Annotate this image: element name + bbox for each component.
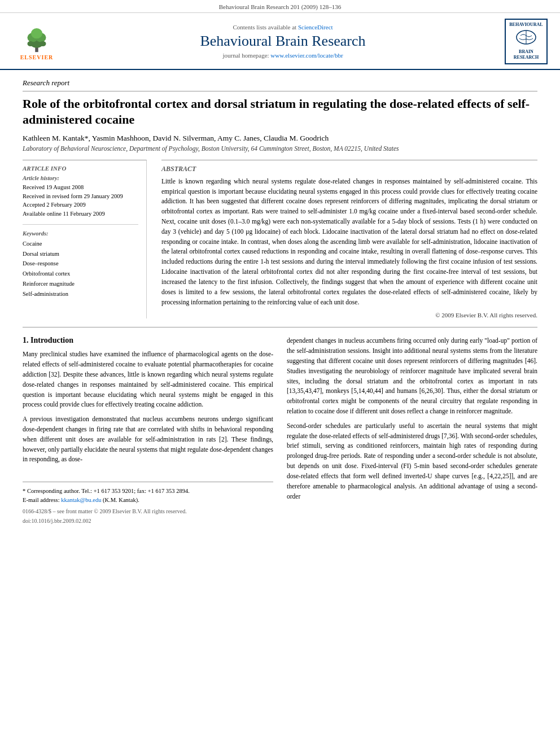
intro-para1: Many preclinical studies have examined t… xyxy=(23,350,273,410)
journal-homepage: journal homepage: www.elsevier.com/locat… xyxy=(62,52,504,59)
accepted-date: Accepted 2 February 2009 xyxy=(23,200,138,209)
footnote-area: * Corresponding author. Tel.: +1 617 353… xyxy=(23,482,273,524)
brain-icon xyxy=(515,29,537,46)
citation-text: Behavioural Brain Research 201 (2009) 12… xyxy=(219,3,342,10)
contents-line: Contents lists available at ScienceDirec… xyxy=(62,24,504,30)
intro-para3: Second-order schedules are particularly … xyxy=(287,421,537,502)
abstract-heading: ABSTRACT xyxy=(161,165,537,173)
bbr-logo-area: BEHAVIOURAL BRAIN RESEARCH xyxy=(504,19,549,64)
bbr-logo-line1: BEHAVIOURAL xyxy=(509,22,542,28)
bbr-logo-box: BEHAVIOURAL BRAIN RESEARCH xyxy=(505,19,547,64)
journal-title: Behavioural Brain Research xyxy=(62,33,504,50)
abstract-text: Little is known regarding which neural s… xyxy=(161,177,537,308)
intro-para2-continued: dependent changes in nucleus accumbens f… xyxy=(287,336,537,417)
top-citation-bar: Behavioural Brain Research 201 (2009) 12… xyxy=(0,0,560,13)
body-section: 1. Introduction Many preclinical studies… xyxy=(23,336,537,523)
elsevier-logo: ELSEVIER xyxy=(11,22,62,60)
keyword-ofc: Orbitofrontal cortex xyxy=(23,269,138,279)
elsevier-label: ELSEVIER xyxy=(20,54,54,60)
article-info-heading: ARTICLE INFO xyxy=(23,165,138,172)
body-right-col: dependent changes in nucleus accumbens f… xyxy=(287,336,537,523)
homepage-link[interactable]: www.elsevier.com/locate/bbr xyxy=(270,52,343,59)
svg-point-5 xyxy=(28,41,34,46)
copyright-line: © 2009 Elsevier B.V. All rights reserved… xyxy=(161,312,537,318)
revised-date: Received in revised form 29 January 2009 xyxy=(23,192,138,201)
doi-line: doi:10.1016/j.bbr.2009.02.002 xyxy=(23,518,273,524)
info-divider xyxy=(23,224,138,225)
elsevier-tree-icon xyxy=(20,22,54,53)
keyword-reinforcer-magnitude: Reinforcer magnitude xyxy=(23,279,138,289)
keywords-label: Keywords: xyxy=(23,230,138,237)
keyword-cocaine: Cocaine xyxy=(23,239,138,249)
sciencedirect-link[interactable]: ScienceDirect xyxy=(298,24,333,30)
article-history: Article history: Received 19 August 2008… xyxy=(23,175,138,219)
svg-point-4 xyxy=(31,28,42,38)
keywords-section: Keywords: Cocaine Dorsal striatum Dose–r… xyxy=(23,230,138,299)
issn-line: 0166-4328/$ – see front matter © 2009 El… xyxy=(23,508,273,514)
footnote-corresponding: * Corresponding author. Tel.: +1 617 353… xyxy=(23,487,273,496)
footnote-email: E-mail address: kkantak@bu.edu (K.M. Kan… xyxy=(23,496,273,505)
received-date: Received 19 August 2008 xyxy=(23,183,138,192)
article-info-column: ARTICLE INFO Article history: Received 1… xyxy=(23,160,147,319)
article-title: Role of the orbitofrontal cortex and dor… xyxy=(23,96,537,128)
article-type-label: Research report xyxy=(23,78,537,91)
available-date: Available online 11 February 2009 xyxy=(23,209,138,219)
journal-center: Contents lists available at ScienceDirec… xyxy=(62,24,504,59)
affiliation: Laboratory of Behavioral Neuroscience, D… xyxy=(23,145,537,152)
keyword-dose-response: Dose–response xyxy=(23,259,138,269)
main-content: Research report Role of the orbitofronta… xyxy=(0,70,560,535)
body-left-col: 1. Introduction Many preclinical studies… xyxy=(23,336,273,523)
email-link[interactable]: kkantak@bu.edu xyxy=(61,497,101,503)
intro-para2: A previous investigation demonstrated th… xyxy=(23,414,273,465)
intro-heading: 1. Introduction xyxy=(23,336,273,345)
history-label: Article history: xyxy=(23,175,138,181)
body-divider xyxy=(23,327,537,327)
keyword-self-admin: Self-administration xyxy=(23,289,138,299)
journal-header: ELSEVIER Contents lists available at Sci… xyxy=(0,13,560,70)
article-info-abstract-section: ARTICLE INFO Article history: Received 1… xyxy=(23,160,537,319)
abstract-column: ABSTRACT Little is known regarding which… xyxy=(161,160,537,319)
svg-point-6 xyxy=(40,41,46,46)
authors: Kathleen M. Kantak*, Yasmin Mashhoon, Da… xyxy=(23,134,537,143)
bbr-logo-line2: BRAIN xyxy=(509,49,542,55)
bbr-logo-line3: RESEARCH xyxy=(509,55,542,60)
keyword-dorsal-striatum: Dorsal striatum xyxy=(23,249,138,259)
